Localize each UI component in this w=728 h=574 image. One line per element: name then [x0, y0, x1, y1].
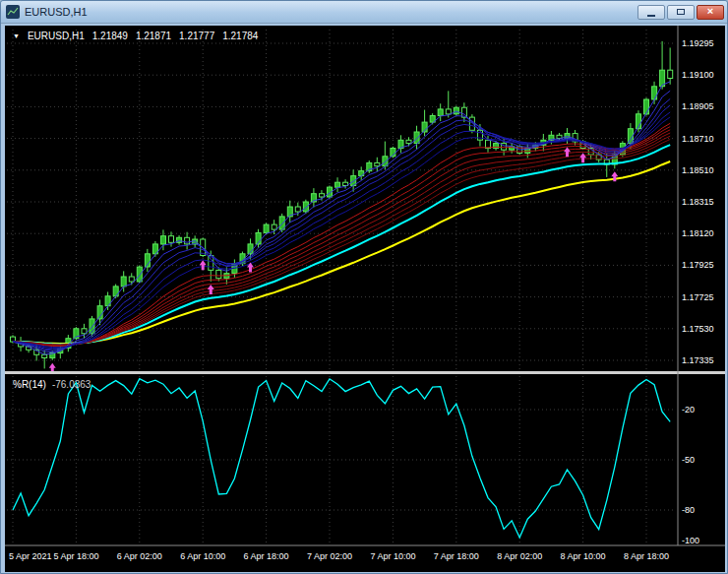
window-chart-icon: [6, 5, 20, 19]
buy-arrow-signals: [49, 147, 619, 373]
fast-ema-ribbon: [13, 82, 670, 354]
svg-text:1.18905: 1.18905: [682, 101, 714, 111]
minimize-button[interactable]: [637, 5, 665, 20]
svg-text:5 Apr 2021: 5 Apr 2021: [9, 551, 52, 561]
svg-text:-20: -20: [682, 405, 695, 415]
price-scale[interactable]: 1.192951.191001.189051.187101.185101.183…: [682, 38, 714, 545]
svg-text:1.17925: 1.17925: [682, 260, 714, 270]
window-controls: ×: [637, 5, 724, 20]
close-icon: ×: [707, 6, 713, 17]
svg-text:1.18315: 1.18315: [682, 197, 714, 207]
svg-text:8 Apr 10:00: 8 Apr 10:00: [561, 551, 606, 561]
svg-text:1.17530: 1.17530: [682, 324, 714, 334]
symbol-dropdown-icon[interactable]: ▼: [13, 32, 20, 39]
close-button[interactable]: ×: [697, 5, 724, 20]
cyan-ma: [13, 145, 670, 345]
wpr-indicator-layer: [7, 379, 676, 538]
svg-text:1.19100: 1.19100: [682, 70, 714, 80]
chart-canvas[interactable]: 1.192951.191001.189051.187101.185101.183…: [5, 26, 725, 572]
fast-ema-ribbon: [13, 105, 670, 350]
buy-arrow: [579, 153, 586, 162]
chart-client-area: 1.192951.191001.189051.187101.185101.183…: [5, 26, 725, 572]
restore-icon: [677, 9, 685, 15]
grid-layer: [7, 30, 676, 545]
svg-text:6 Apr 18:00: 6 Apr 18:00: [244, 551, 289, 561]
fast-ema-ribbon: [13, 117, 670, 348]
svg-text:5 Apr 18:00: 5 Apr 18:00: [53, 551, 98, 561]
fast-ema-ribbon: [13, 112, 670, 349]
svg-text:1.18120: 1.18120: [682, 228, 714, 238]
slow-ema-ribbon: [13, 136, 670, 345]
time-scale[interactable]: 5 Apr 20215 Apr 18:006 Apr 02:006 Apr 10…: [9, 551, 669, 561]
window-title: EURUSD,H1: [25, 6, 88, 18]
fast-ema-ribbon: [13, 98, 670, 351]
svg-text:-100: -100: [682, 536, 699, 545]
fast-ema-ribbon: [13, 91, 670, 351]
buy-arrow: [564, 147, 571, 157]
minimize-icon: [647, 15, 655, 17]
svg-text:-80: -80: [682, 505, 695, 515]
svg-text:8 Apr 18:00: 8 Apr 18:00: [624, 551, 669, 561]
buy-arrow: [208, 285, 214, 294]
slow-ema-ribbon: [13, 133, 670, 346]
svg-text:1.18510: 1.18510: [682, 165, 714, 175]
candles-layer: [11, 41, 673, 369]
panel-splitter[interactable]: [5, 371, 725, 374]
svg-text:7 Apr 18:00: 7 Apr 18:00: [434, 551, 479, 561]
svg-text:1.17335: 1.17335: [682, 355, 714, 365]
svg-text:1.18710: 1.18710: [682, 134, 714, 144]
restore-button[interactable]: [667, 5, 695, 20]
svg-text:1.17725: 1.17725: [682, 292, 714, 302]
buy-arrow: [200, 260, 207, 270]
svg-text:6 Apr 10:00: 6 Apr 10:00: [180, 551, 225, 561]
svg-text:7 Apr 02:00: 7 Apr 02:00: [307, 551, 352, 561]
svg-text:-50: -50: [682, 455, 695, 465]
svg-text:7 Apr 10:00: 7 Apr 10:00: [370, 551, 415, 561]
svg-text:8 Apr 02:00: 8 Apr 02:00: [497, 551, 542, 561]
wpr-line: [13, 379, 670, 538]
svg-text:6 Apr 02:00: 6 Apr 02:00: [117, 551, 162, 561]
window-titlebar[interactable]: EURUSD,H1 ×: [1, 1, 727, 24]
svg-text:1.19295: 1.19295: [682, 38, 714, 48]
application-window: EURUSD,H1 × 1.192951.191001.189051.18710…: [0, 0, 728, 574]
panel-separators: [5, 26, 725, 545]
slow-ema-ribbon: [13, 123, 670, 346]
